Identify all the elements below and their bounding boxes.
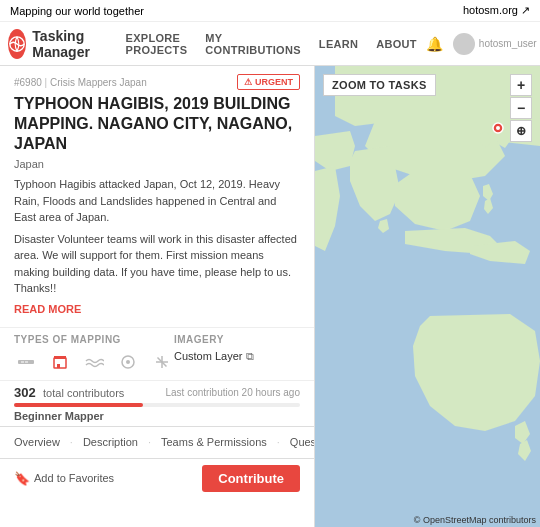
zoom-to-tasks-button[interactable]: ZOOM TO TASKS [323, 74, 436, 96]
actions-row: 🔖 Add to Favorites Contribute [0, 458, 314, 498]
contribute-button[interactable]: Contribute [202, 465, 300, 492]
nav-about[interactable]: ABOUT [368, 34, 425, 54]
map-panel: ZOOM TO TASKS + − ⊕ © OpenStreetMap cont… [315, 66, 540, 527]
tab-overview[interactable]: Overview [14, 434, 60, 450]
svg-rect-2 [21, 361, 24, 362]
logo-text: Tasking Manager [32, 28, 101, 60]
notification-bell-icon[interactable]: 🔔 [425, 34, 445, 54]
tab-teams-permissions[interactable]: Teams & Permissions [161, 434, 267, 450]
svg-rect-6 [54, 356, 66, 359]
map-controls: + − ⊕ [510, 74, 532, 142]
map-attribution: © OpenStreetMap contributors [414, 515, 536, 525]
project-desc-2: Disaster Volunteer teams will work in th… [14, 231, 300, 297]
info-rows: TYPES OF MAPPING [0, 327, 314, 380]
mapping-types-label: TYPES OF MAPPING [14, 334, 174, 345]
imagery-label: IMAGERY [174, 334, 300, 345]
other-icon [150, 350, 174, 374]
project-header: #6980 | Crisis Mappers Japan ⚠ URGENT TY… [0, 66, 314, 327]
custom-layer-row: Custom Layer ⧉ [174, 350, 300, 363]
nav-my-contributions[interactable]: MY CONTRIBUTIONS [197, 28, 309, 60]
banner-right[interactable]: hotosm.org ↗ [463, 4, 530, 17]
zoom-out-button[interactable]: − [510, 97, 532, 119]
add-to-favorites-button[interactable]: 🔖 Add to Favorites [14, 471, 114, 486]
left-panel: #6980 | Crisis Mappers Japan ⚠ URGENT TY… [0, 66, 315, 527]
custom-layer-text: Custom Layer [174, 350, 242, 362]
skill-level: Beginner Mapper [14, 410, 300, 422]
project-country: Japan [14, 158, 300, 170]
username: hotosm_user [479, 38, 537, 49]
contributors-section: 302 total contributors Last contribution… [0, 380, 314, 426]
svg-rect-3 [25, 361, 28, 362]
nav-links: EXPLORE PROJECTS MY CONTRIBUTIONS LEARN … [118, 28, 425, 60]
bookmark-icon: 🔖 [14, 471, 30, 486]
contributors-count: 302 [14, 385, 36, 400]
roads-icon [14, 350, 38, 374]
copy-icon[interactable]: ⧉ [246, 350, 254, 363]
contributors-row: 302 total contributors Last contribution… [14, 385, 300, 400]
progress-fill [14, 403, 143, 407]
svg-point-8 [126, 360, 130, 364]
read-more-link[interactable]: READ MORE [14, 303, 81, 315]
user-menu[interactable]: hotosm_user ▾ [453, 33, 540, 55]
logo-icon [8, 29, 26, 59]
mapping-types-col: TYPES OF MAPPING [14, 334, 174, 374]
landuse-icon [116, 350, 140, 374]
tab-description[interactable]: Description [83, 434, 138, 450]
navigation: Tasking Manager EXPLORE PROJECTS MY CONT… [0, 22, 540, 66]
nav-right: 🔔 hotosm_user ▾ [425, 33, 540, 55]
mapping-icons [14, 350, 174, 374]
tab-questions-comments[interactable]: Questions and comments [290, 434, 315, 450]
zoom-in-button[interactable]: + [510, 74, 532, 96]
svg-rect-5 [57, 364, 60, 368]
contributors-label: total contributors [43, 387, 124, 399]
waterways-icon [82, 350, 106, 374]
project-title: TYPHOON HAGIBIS, 2019 BUILDING MAPPING. … [14, 94, 300, 154]
alert-icon: ⚠ [244, 77, 252, 87]
imagery-col: IMAGERY Custom Layer ⧉ [174, 334, 300, 374]
nav-learn[interactable]: LEARN [311, 34, 366, 54]
globe-button[interactable]: ⊕ [510, 120, 532, 142]
buildings-icon [48, 350, 72, 374]
project-id-line: #6980 | Crisis Mappers Japan ⚠ URGENT [14, 74, 300, 90]
svg-point-14 [496, 126, 500, 130]
progress-bar [14, 403, 300, 407]
avatar [453, 33, 475, 55]
project-id: #6980 | Crisis Mappers Japan [14, 77, 147, 88]
last-contribution: Last contribution 20 hours ago [165, 387, 300, 398]
map-background [315, 66, 540, 527]
nav-explore-projects[interactable]: EXPLORE PROJECTS [118, 28, 196, 60]
top-banner: Mapping our world together hotosm.org ↗ [0, 0, 540, 22]
contributors-count-label: 302 total contributors [14, 385, 124, 400]
tabs-section: Overview · Description · Teams & Permiss… [0, 426, 314, 458]
banner-left: Mapping our world together [10, 5, 144, 17]
nav-logo[interactable]: Tasking Manager [8, 28, 102, 60]
project-desc-1: Typhoon Hagibis attacked Japan, Oct 12, … [14, 176, 300, 226]
urgent-badge: ⚠ URGENT [237, 74, 300, 90]
main-content: #6980 | Crisis Mappers Japan ⚠ URGENT TY… [0, 66, 540, 527]
